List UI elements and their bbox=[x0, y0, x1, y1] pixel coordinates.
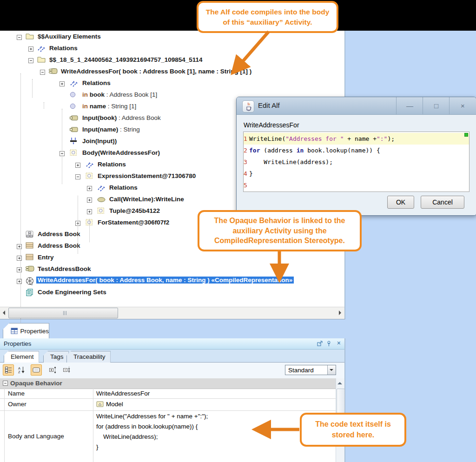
expand-icon[interactable] bbox=[17, 279, 22, 284]
tree-item-label[interactable]: Relations bbox=[109, 184, 138, 191]
tree-guide-line bbox=[62, 109, 62, 184]
properties-grid: Opaque Behavior Name WriteAddressesFor O… bbox=[0, 378, 336, 462]
alf-code-editor[interactable]: 1WriteLine("Addresses for " + name +":")… bbox=[243, 132, 469, 192]
expand-icon[interactable] bbox=[28, 46, 33, 52]
expand-icon[interactable] bbox=[17, 256, 22, 261]
dialog-title: Edit Alf bbox=[258, 101, 280, 109]
tree-item[interactable]: Relations bbox=[0, 43, 344, 55]
code-engineering-icon bbox=[26, 289, 33, 298]
pin-panel-icon[interactable] bbox=[326, 341, 331, 347]
tree-item-label[interactable]: Input(book) : Address Book bbox=[82, 114, 161, 121]
expand-icon[interactable] bbox=[17, 267, 22, 272]
code-line[interactable]: 4} bbox=[244, 168, 469, 179]
section-header-opaque-behavior[interactable]: Opaque Behavior bbox=[0, 378, 336, 389]
properties-table-icon bbox=[11, 328, 18, 334]
tree-item-label[interactable]: ExpressionStatement@71306780 bbox=[98, 172, 196, 179]
tree-item-label[interactable]: ForStatement@306f07f2 bbox=[98, 219, 169, 226]
tree-item[interactable]: $$_18_5_1_24400562_1493921694757_109854_… bbox=[0, 55, 344, 66]
model-icon bbox=[96, 401, 104, 407]
close-panel-icon[interactable]: × bbox=[337, 339, 341, 347]
close-button[interactable]: × bbox=[449, 97, 476, 114]
expand-icon[interactable] bbox=[60, 81, 65, 86]
code-line[interactable]: 2for (address in book.lookup(name)) { bbox=[244, 145, 469, 156]
properties-tab-label: Properties bbox=[20, 328, 49, 335]
tree-item-label[interactable]: Input(name) : String bbox=[82, 126, 140, 133]
collapse-icon[interactable] bbox=[75, 174, 80, 179]
categorized-view-button[interactable] bbox=[3, 364, 14, 376]
tree-item-label[interactable]: WriteAddressesFor( book : Address Book, … bbox=[36, 277, 294, 284]
tree-item-label[interactable]: Join(Input)) bbox=[82, 138, 117, 145]
scrollbar-thumb[interactable] bbox=[8, 308, 118, 318]
tree-item[interactable]: Relations bbox=[0, 78, 344, 90]
show-description-button[interactable] bbox=[31, 364, 42, 376]
scroll-up-arrow[interactable] bbox=[337, 379, 343, 386]
collapse-icon[interactable] bbox=[28, 58, 33, 63]
tab-traceability[interactable]: Traceability bbox=[66, 351, 111, 363]
float-window-icon[interactable] bbox=[317, 341, 323, 347]
collapse-section-icon[interactable] bbox=[3, 381, 8, 386]
folder-icon bbox=[26, 33, 34, 41]
view-selector-value: Standard bbox=[288, 367, 314, 374]
maximize-button[interactable]: □ bbox=[423, 97, 450, 114]
dialog-title-bar[interactable]: Edit Alf — □ × bbox=[237, 97, 476, 115]
ok-button[interactable]: OK bbox=[387, 196, 414, 209]
line-number: 3 bbox=[244, 156, 249, 168]
expand-icon[interactable] bbox=[87, 209, 92, 214]
code-line[interactable]: 1WriteLine("Addresses for " + name +":")… bbox=[244, 133, 469, 145]
tree-item-label[interactable]: Tuple@245b4122 bbox=[109, 207, 160, 214]
tree-item-label[interactable]: Address Book bbox=[38, 231, 80, 238]
tree-item-label[interactable]: Address Book bbox=[38, 242, 80, 249]
line-number: 1 bbox=[244, 133, 249, 145]
tree-item[interactable]: $$Auxiliary Elements bbox=[0, 32, 344, 43]
tree-item-label[interactable]: $$Auxiliary Elements bbox=[38, 33, 101, 40]
property-row-name[interactable]: Name WriteAddressesFor bbox=[0, 389, 336, 399]
tree-item[interactable]: Entry bbox=[0, 252, 344, 264]
tree-item-label[interactable]: Relations bbox=[49, 45, 78, 52]
tree-horizontal-scrollbar[interactable] bbox=[0, 307, 344, 318]
status-square-icon bbox=[464, 133, 468, 137]
cancel-button[interactable]: Cancel bbox=[421, 196, 464, 209]
properties-toolbar: AZ Standard bbox=[0, 363, 344, 378]
property-row-body-language[interactable]: Body and Language WriteLine("Addresses f… bbox=[0, 410, 336, 462]
dropdown-arrow-icon[interactable] bbox=[327, 365, 336, 375]
structured-node-icon bbox=[70, 149, 77, 158]
tree-item-label[interactable]: Relations bbox=[98, 161, 126, 168]
tab-properties-panel[interactable]: Properties bbox=[3, 323, 49, 338]
property-row-owner[interactable]: Owner Model bbox=[0, 398, 336, 411]
tree-item-label[interactable]: Body(WriteAddressesFor) bbox=[82, 149, 160, 156]
property-view-selector[interactable]: Standard bbox=[285, 365, 336, 375]
tree-item-label[interactable]: in name : String [1] bbox=[82, 103, 136, 110]
line-number: 5 bbox=[244, 179, 249, 191]
expand-icon[interactable] bbox=[17, 244, 22, 249]
expand-icon[interactable] bbox=[75, 163, 80, 168]
tree-item-label[interactable]: Entry bbox=[38, 254, 54, 261]
expand-icon[interactable] bbox=[87, 186, 92, 191]
expand-icon[interactable] bbox=[87, 198, 92, 203]
scroll-left-arrow[interactable] bbox=[0, 308, 8, 317]
tree-item-label[interactable]: TestAddressBook bbox=[38, 265, 91, 272]
code-line[interactable]: 3 WriteLine(address); bbox=[244, 156, 469, 168]
expand-all-button[interactable] bbox=[47, 364, 59, 376]
tree-item[interactable]: WriteAddressesFor( book : Address Book [… bbox=[0, 66, 344, 78]
tree-item-label[interactable]: $$_18_5_1_24400562_1493921694757_109854_… bbox=[49, 56, 203, 63]
tree-item[interactable]: Code Engineering Sets bbox=[0, 287, 344, 299]
tree-item-label[interactable]: in book : Address Book [1] bbox=[82, 91, 157, 98]
collapse-icon[interactable] bbox=[40, 70, 45, 75]
tree-item-label[interactable]: WriteAddressesFor( book : Address Book [… bbox=[61, 68, 251, 75]
code-line[interactable]: 5 bbox=[244, 179, 469, 191]
tree-item-label[interactable]: Call(WriteLine):WriteLine bbox=[109, 196, 184, 203]
tab-tags[interactable]: Tags bbox=[43, 351, 69, 363]
annotation-callout-bottom: The code text itself is stored here. bbox=[300, 413, 406, 447]
collapse-icon[interactable] bbox=[17, 35, 22, 40]
tree-item-label[interactable]: Relations bbox=[82, 79, 111, 86]
minimize-button[interactable]: — bbox=[396, 97, 423, 114]
tab-element[interactable]: Element bbox=[4, 351, 39, 363]
scroll-right-arrow[interactable] bbox=[337, 308, 344, 317]
tree-item[interactable]: xyWriteAddressesFor( book : Address Book… bbox=[0, 276, 344, 287]
application-window: $$Auxiliary ElementsRelations$$_18_5_1_2… bbox=[0, 0, 476, 462]
sort-alphabetically-button[interactable]: AZ bbox=[16, 364, 27, 376]
tree-item[interactable]: TestAddressBook bbox=[0, 264, 344, 276]
collapse-all-button[interactable] bbox=[61, 364, 73, 376]
tree-item-label[interactable]: Code Engineering Sets bbox=[38, 289, 106, 296]
call-icon bbox=[97, 196, 106, 204]
